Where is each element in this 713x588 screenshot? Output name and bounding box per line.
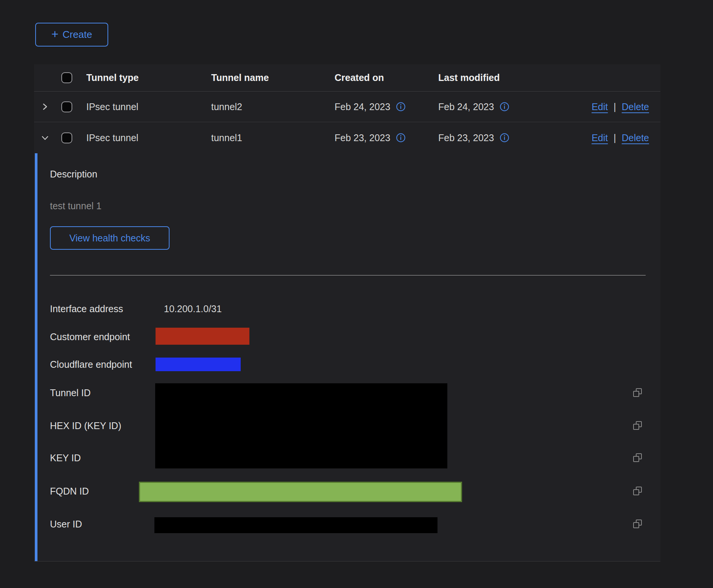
copy-icon xyxy=(632,452,643,464)
user-id-redacted-value xyxy=(154,517,437,533)
edit-link[interactable]: Edit xyxy=(592,101,608,112)
panel-divider xyxy=(50,275,646,275)
expanded-row-indicator-bar xyxy=(35,153,37,561)
select-all-checkbox[interactable] xyxy=(61,72,72,83)
collapse-row-button[interactable] xyxy=(39,132,51,143)
description-value: test tunnel 1 xyxy=(50,200,101,212)
tunnel-id-label: Tunnel ID xyxy=(50,387,90,398)
info-icon[interactable] xyxy=(396,133,406,143)
copy-hex-id-button[interactable] xyxy=(632,420,643,431)
cell-tunnel-type: IPsec tunnel xyxy=(86,101,211,112)
hex-id-label: HEX ID (KEY ID) xyxy=(50,420,121,431)
view-health-checks-button[interactable]: View health checks xyxy=(50,226,170,250)
cell-created-on: Feb 23, 2023 xyxy=(335,132,390,143)
tunnels-table: Tunnel type Tunnel name Created on Last … xyxy=(34,64,660,562)
fqdn-id-label: FQDN ID xyxy=(50,485,89,497)
description-label: Description xyxy=(50,168,97,180)
header-last-modified: Last modified xyxy=(438,72,556,83)
cell-tunnel-type: IPsec tunnel xyxy=(86,132,211,143)
row-checkbox[interactable] xyxy=(61,132,72,143)
info-icon[interactable] xyxy=(396,102,406,112)
copy-user-id-button[interactable] xyxy=(632,518,643,530)
info-icon[interactable] xyxy=(500,102,509,112)
copy-icon xyxy=(632,518,643,530)
edit-link[interactable]: Edit xyxy=(592,132,608,143)
cell-last-modified: Feb 23, 2023 xyxy=(438,132,494,143)
copy-tunnel-id-button[interactable] xyxy=(632,387,643,398)
cell-tunnel-name: tunnel2 xyxy=(211,101,335,112)
fqdn-id-redacted-value xyxy=(139,482,462,502)
cell-tunnel-name: tunnel1 xyxy=(211,132,335,143)
delete-link[interactable]: Delete xyxy=(622,101,649,112)
info-icon[interactable] xyxy=(500,133,509,143)
header-created-on: Created on xyxy=(335,72,438,83)
create-button-label: Create xyxy=(62,29,92,40)
customer-endpoint-redacted-value xyxy=(156,328,249,345)
cloudflare-endpoint-redacted-value xyxy=(156,358,241,371)
copy-icon xyxy=(632,420,643,431)
copy-icon xyxy=(632,485,643,497)
key-id-label: KEY ID xyxy=(50,452,81,464)
cloudflare-endpoint-label: Cloudflare endpoint xyxy=(50,359,132,370)
actions-separator: | xyxy=(613,101,616,112)
customer-endpoint-label: Customer endpoint xyxy=(50,331,130,342)
user-id-label: User ID xyxy=(50,518,82,530)
cell-last-modified: Feb 24, 2023 xyxy=(438,101,494,112)
chevron-right-icon xyxy=(39,101,51,112)
copy-key-id-button[interactable] xyxy=(632,452,643,464)
tunnels-page: + Create Tunnel type Tunnel name Created… xyxy=(0,0,713,588)
create-button[interactable]: + Create xyxy=(35,23,108,47)
header-tunnel-name: Tunnel name xyxy=(211,72,335,83)
tunnel-detail-panel: Description test tunnel 1 View health ch… xyxy=(34,153,660,562)
interface-address-label: Interface address xyxy=(50,303,123,314)
copy-icon xyxy=(632,387,643,398)
copy-fqdn-id-button[interactable] xyxy=(632,485,643,497)
chevron-down-icon xyxy=(39,132,51,143)
cell-created-on: Feb 24, 2023 xyxy=(335,101,390,112)
table-header-row: Tunnel type Tunnel name Created on Last … xyxy=(34,64,660,92)
row-checkbox[interactable] xyxy=(61,101,72,112)
plus-icon: + xyxy=(51,28,59,40)
interface-address-value: 10.200.1.0/31 xyxy=(164,303,222,314)
expand-row-button[interactable] xyxy=(39,101,51,112)
table-row: IPsec tunnel tunnel1 Feb 23, 2023 Feb 23… xyxy=(34,122,660,153)
delete-link[interactable]: Delete xyxy=(622,132,649,143)
header-tunnel-type: Tunnel type xyxy=(86,72,211,83)
actions-separator: | xyxy=(613,132,616,143)
table-row: IPsec tunnel tunnel2 Feb 24, 2023 Feb 24… xyxy=(34,92,660,122)
ids-redacted-value-block xyxy=(155,383,447,468)
